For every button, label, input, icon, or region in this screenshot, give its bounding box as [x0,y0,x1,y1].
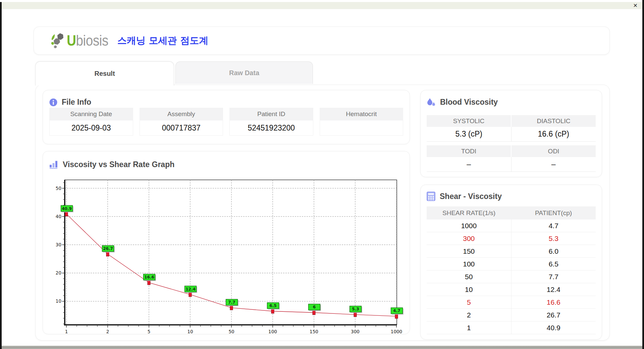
shear-rate-cell: 5 [427,296,511,308]
patient-viscosity-cell: 12.4 [511,283,596,296]
blood-viscosity-header-row: TODIODI [427,145,596,157]
blood-viscosity-value-row: 5.3 (cP)16.6 (cP) [427,127,596,142]
header-card: Ubiosis 스캐닝 모세관 점도계 [34,27,610,55]
chart-point-marker [106,252,109,256]
chart-point-marker [230,306,233,310]
tab-result[interactable]: Result [35,61,174,86]
file-info-field: Hematocrit [320,108,404,136]
shear-table-row: 1506.0 [427,245,596,258]
blood-viscosity-panel: Blood Viscosity SYSTOLICDIASTOLIC5.3 (cP… [420,90,602,177]
shear-table-row: 140.9 [427,321,596,334]
window-titlebar: ✕ [2,2,642,9]
patient-viscosity-cell: 7.7 [511,270,596,283]
blood-viscosity-value-cell: 5.3 (cP) [427,127,511,141]
shear-table-header-row: SHEAR RATE(1/s)PATIENT(cp) [427,206,596,219]
shear-table-row: 1006.5 [427,258,596,270]
shear-table-header-cell: SHEAR RATE(1/s) [427,206,511,219]
shear-viscosity-panel: Shear - Viscosity SHEAR RATE(1/s)PATIENT… [420,185,602,340]
shear-rate-cell: 300 [427,232,511,245]
blood-viscosity-header-cell: ODI [511,145,596,157]
patient-viscosity-cell: 6.5 [511,258,596,270]
file-info-field: Patient ID52451923200 [229,108,313,136]
file-info-field-value: 2025-09-03 [49,120,133,136]
app-window: { "window": { "close_label": "✕" }, "hea… [0,0,644,349]
chart-x-tick-label: 100 [268,329,277,334]
chart-point-marker [313,310,315,315]
chart-point-label: 4.7 [393,308,400,313]
chart-point-marker [148,281,150,285]
patient-viscosity-cell: 5.3 [511,232,596,245]
file-info-field-value [320,120,404,136]
file-info-fields: Scanning Date2025-09-03Assembly000717837… [49,108,403,136]
chart-x-tick-label: 5 [148,329,151,334]
chart-point-label: 12.4 [185,287,196,292]
chart-x-tick-label: 1 [65,329,68,334]
app-title: 스캐닝 모세관 점도계 [117,34,209,47]
file-info-title: File Info [62,98,91,107]
file-info-title-row: File Info [49,98,91,107]
shear-table-row: 3005.3 [427,232,596,245]
tab-raw-data[interactable]: Raw Data [175,61,313,84]
shear-rate-cell: 150 [427,245,511,257]
blood-viscosity-header-cell: DIASTOLIC [511,115,596,127]
blood-viscosity-value-row: –– [427,157,596,172]
file-info-field-label: Patient ID [229,108,313,120]
shear-table-row: 507.7 [427,270,596,283]
chart-point-label: 5.3 [352,307,359,311]
blood-viscosity-title-row: Blood Viscosity [427,98,498,107]
chart-point-marker [354,312,357,317]
file-info-field-label: Scanning Date [49,108,133,120]
chart-point-label: 6.5 [269,303,276,308]
chart-point-marker [395,314,398,318]
blood-viscosity-row-gap [427,142,596,145]
shear-table-row: 516.6 [427,296,596,309]
chart-y-tick-label: 30 [56,242,61,247]
chart-x-tick-label: 1000 [391,329,402,334]
chart-point-label: 6 [313,305,316,309]
blood-viscosity-header-row: SYSTOLICDIASTOLIC [427,115,596,127]
chart-x-tick-label: 300 [351,329,360,334]
patient-viscosity-cell: 40.9 [511,321,596,334]
blood-viscosity-header-cell: TODI [427,145,511,157]
file-info-field-label: Hematocrit [320,108,404,120]
shear-rate-cell: 50 [427,270,511,283]
file-info-field-value: 000717837 [140,120,223,136]
window-border-left [0,2,2,349]
patient-viscosity-cell: 6.0 [511,245,596,257]
shear-table-row: 226.7 [427,309,596,321]
shear-viscosity-title: Shear - Viscosity [440,192,502,201]
shear-rate-cell: 10 [427,283,511,296]
chart-x-tick-label: 50 [228,329,234,334]
shear-table-row: 1012.4 [427,283,596,296]
file-info-field: Scanning Date2025-09-03 [49,108,133,136]
blood-viscosity-header-cell: SYSTOLIC [427,115,511,127]
chart-x-tick-label: 2 [106,329,109,334]
shear-rate-cell: 1 [427,321,511,334]
window-bottom-edge [2,346,642,349]
chart-y-tick-label: 40 [56,214,61,219]
file-info-field-value: 52451923200 [229,120,313,136]
calculator-icon [427,192,435,201]
shear-table-row: 10004.7 [427,219,596,232]
chart-point-marker [65,212,68,216]
file-info-field-label: Assembly [140,108,223,120]
patient-viscosity-cell: 4.7 [511,219,596,232]
tab-raw-data-label: Raw Data [229,69,259,77]
logo-text: Ubiosis [67,32,108,49]
chart-x-tick-label: 10 [187,329,193,334]
viscosity-chart: 12510501001503001000102030405040.926.716… [43,151,410,335]
patient-viscosity-cell: 26.7 [511,309,596,321]
chart-point-label: 7.7 [228,300,235,305]
blood-viscosity-value-cell: – [511,157,596,171]
chart-point-marker [189,292,192,297]
blood-viscosity-value-cell: – [427,157,511,171]
chart-y-tick-label: 20 [56,270,61,276]
shear-viscosity-title-row: Shear - Viscosity [427,192,502,201]
shear-table-header-cell: PATIENT(cp) [511,206,596,219]
shear-rate-cell: 2 [427,309,511,321]
close-button[interactable]: ✕ [633,3,638,8]
shear-rate-cell: 1000 [427,219,511,232]
blood-drop-icon [427,98,436,107]
graph-panel: Viscosity vs Shear Rate Graph 1251050100… [43,151,410,334]
chart-point-label: 16.6 [144,275,154,280]
